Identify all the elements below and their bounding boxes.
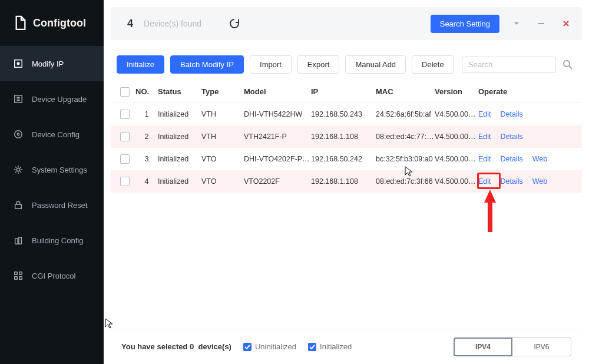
ipv4-toggle[interactable]: IPV4 — [454, 337, 512, 356]
cell-version: V4.500.000... — [435, 110, 478, 118]
building-icon — [13, 235, 24, 246]
cell-operate: EditDetailsWeb — [478, 155, 573, 163]
cell-model: VTO2202F — [244, 177, 311, 186]
initialize-button[interactable]: Initialize — [117, 55, 164, 74]
svg-rect-9 — [15, 277, 17, 279]
app-title: Configtool — [33, 17, 86, 29]
sidebar-item-label: CGI Protocol — [32, 272, 75, 280]
svg-point-12 — [564, 61, 570, 67]
cell-no: 3 — [135, 155, 158, 163]
dropdown-icon[interactable] — [509, 16, 524, 31]
refresh-button[interactable] — [226, 15, 243, 32]
web-link[interactable]: Web — [532, 177, 547, 186]
sidebar: Configtool Modify IP Device Upgrade Devi… — [0, 0, 104, 364]
sidebar-item-building-config[interactable]: Building Config — [0, 223, 104, 258]
search-button[interactable] — [560, 57, 576, 73]
table-row[interactable]: 1InitializedVTHDHI-VTH5422HW192.168.50.2… — [111, 103, 582, 125]
edit-link[interactable]: Edit — [478, 133, 491, 141]
cell-no: 2 — [135, 133, 158, 141]
sidebar-item-device-upgrade[interactable]: Device Upgrade — [0, 81, 104, 117]
search-input[interactable] — [462, 57, 556, 73]
cell-status: Initialized — [158, 110, 201, 118]
svg-rect-6 — [15, 204, 22, 209]
cell-no: 1 — [135, 110, 158, 118]
grid-icon — [13, 270, 24, 281]
svg-rect-11 — [538, 23, 544, 24]
edit-link[interactable]: Edit — [478, 155, 491, 163]
ipv6-toggle[interactable]: IPV6 — [512, 337, 571, 356]
web-link[interactable]: Web — [532, 155, 547, 163]
sidebar-item-label: Device Config — [32, 130, 80, 139]
manual-add-button[interactable]: Manual Add — [345, 55, 406, 74]
details-link[interactable]: Details — [501, 110, 523, 118]
details-link[interactable]: Details — [501, 177, 523, 186]
row-checkbox[interactable] — [120, 154, 130, 164]
row-checkbox[interactable] — [120, 110, 130, 119]
cell-operate: EditDetails — [478, 110, 573, 118]
table-row[interactable]: 2InitializedVTHVTH2421F-P192.168.1.10808… — [111, 125, 582, 148]
selected-summary: You have selected 0 device(s) — [121, 342, 231, 351]
cell-operate: EditDetailsWeb — [478, 177, 573, 186]
col-mac: MAC — [376, 87, 435, 96]
sidebar-item-password-reset[interactable]: Password Reset — [0, 187, 104, 223]
delete-button[interactable]: Delete — [412, 55, 454, 74]
table-row[interactable]: 3InitializedVTODHI-VTO4202F-P-S2192.168.… — [111, 148, 582, 170]
import-button[interactable]: Import — [250, 55, 292, 74]
app-logo-icon — [14, 15, 27, 31]
cell-version: V4.500.000... — [435, 155, 478, 163]
select-all-checkbox[interactable] — [120, 87, 130, 97]
details-link[interactable]: Details — [501, 155, 523, 163]
filter-uninitialized[interactable]: Uninitialized — [243, 342, 296, 351]
col-status: Status — [158, 87, 201, 96]
refresh-icon — [229, 18, 240, 29]
config-icon — [13, 129, 24, 140]
cell-mac: 24:52:6a:6f:5b:af — [376, 110, 435, 118]
table-row[interactable]: 4InitializedVTOVTO2202F192.168.1.10808:e… — [111, 170, 582, 193]
close-icon[interactable] — [558, 16, 574, 31]
upgrade-icon — [13, 94, 24, 104]
footer: You have selected 0 device(s) Uninitiali… — [111, 329, 582, 364]
col-model: Model — [244, 87, 311, 96]
sidebar-item-device-config[interactable]: Device Config — [0, 117, 104, 152]
cell-status: Initialized — [158, 155, 201, 163]
export-button[interactable]: Export — [297, 55, 340, 74]
cell-type: VTH — [201, 110, 244, 118]
ip-version-toggle: IPV4 IPV6 — [454, 337, 571, 356]
cell-model: DHI-VTH5422HW — [244, 110, 311, 118]
svg-point-1 — [17, 62, 19, 65]
device-count: 4 — [127, 18, 133, 30]
svg-rect-10 — [19, 277, 22, 279]
svg-point-4 — [17, 133, 19, 135]
checkbox-checked-icon — [308, 343, 316, 351]
cell-mac: 08:ed:ed:7c:3f:66 — [376, 177, 435, 186]
cell-ip: 192.168.1.108 — [311, 177, 376, 186]
row-checkbox[interactable] — [120, 177, 130, 186]
col-version: Version — [435, 87, 478, 96]
filter-initialized[interactable]: Initialized — [308, 342, 352, 351]
batch-modify-ip-button[interactable]: Batch Modify IP — [170, 55, 244, 74]
content: Initialize Batch Modify IP Import Export… — [111, 48, 582, 364]
cell-model: VTH2421F-P — [244, 133, 311, 141]
sidebar-item-label: System Settings — [32, 166, 87, 174]
row-checkbox[interactable] — [120, 132, 130, 141]
edit-link[interactable]: Edit — [478, 177, 491, 186]
lock-icon — [13, 200, 24, 210]
edit-link[interactable]: Edit — [478, 110, 491, 118]
cell-mac: bc:32:5f:b3:09:a0 — [376, 155, 435, 163]
modify-ip-icon — [13, 58, 24, 69]
minimize-icon[interactable] — [534, 16, 549, 31]
cell-type: VTO — [201, 177, 244, 186]
app-header: Configtool — [0, 0, 104, 46]
details-link[interactable]: Details — [501, 133, 523, 141]
col-type: Type — [201, 87, 244, 96]
sidebar-item-label: Device Upgrade — [32, 95, 87, 104]
sidebar-item-label: Password Reset — [32, 201, 88, 210]
sidebar-item-system-settings[interactable]: System Settings — [0, 152, 104, 187]
cell-operate: EditDetails — [478, 133, 573, 141]
search-setting-button[interactable]: Search Setting — [431, 15, 499, 33]
svg-rect-7 — [15, 272, 17, 274]
device-count-label: Device(s) found — [144, 19, 201, 28]
sidebar-item-modify-ip[interactable]: Modify IP — [0, 46, 104, 81]
sidebar-item-cgi-protocol[interactable]: CGI Protocol — [0, 258, 104, 293]
cell-version: V4.500.000... — [435, 133, 478, 141]
